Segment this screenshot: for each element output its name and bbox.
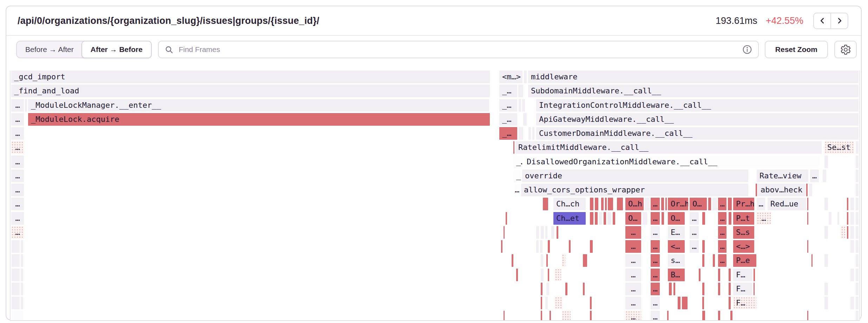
find-frames-searchbox[interactable] (158, 41, 759, 58)
flame-frame[interactable] (669, 283, 672, 295)
flame-frame[interactable]: … (11, 127, 24, 140)
flame-frame[interactable]: … (651, 269, 660, 281)
flame-frame[interactable]: DisallowedOrganizationMiddleware.__call_… (524, 156, 820, 168)
flame-frame[interactable] (823, 170, 826, 182)
next-button[interactable] (831, 13, 848, 29)
flame-frame[interactable] (504, 226, 505, 239)
flame-frame[interactable] (847, 198, 848, 210)
flame-frame[interactable]: … (11, 226, 24, 239)
flame-frame[interactable] (856, 311, 859, 321)
flame-frame[interactable] (548, 240, 550, 253)
flame-frame[interactable]: Se…st (824, 141, 854, 154)
flame-frame[interactable] (541, 226, 544, 239)
flame-frame[interactable] (645, 198, 650, 210)
flame-frame[interactable] (545, 297, 548, 309)
flame-frame[interactable] (856, 283, 859, 295)
flame-frame[interactable] (25, 99, 27, 112)
flame-frame[interactable] (604, 212, 606, 225)
flame-frame[interactable] (856, 141, 859, 154)
flame-frame[interactable]: S…s (733, 226, 754, 239)
flame-frame[interactable] (856, 226, 859, 239)
flame-frame[interactable] (850, 212, 854, 225)
flame-frame[interactable]: IntegrationControlMiddleware.__call__ (536, 99, 859, 112)
flame-frame[interactable] (699, 269, 701, 281)
flame-frame[interactable] (590, 311, 592, 321)
flame-frame[interactable]: _gcd_import (11, 71, 490, 83)
flame-frame[interactable] (21, 269, 23, 281)
flame-frame[interactable] (583, 283, 585, 295)
flame-frame[interactable] (702, 240, 705, 253)
flame-frame[interactable] (536, 240, 539, 253)
flame-frame[interactable] (702, 297, 704, 309)
flame-frame[interactable] (824, 198, 828, 210)
flame-frame[interactable] (595, 212, 598, 225)
flame-frame[interactable] (807, 198, 808, 210)
flame-frame[interactable]: Ch…et (553, 212, 586, 225)
flame-frame[interactable]: _ModuleLockManager.__enter__ (28, 99, 489, 112)
flame-frame[interactable]: … (690, 226, 699, 239)
flame-frame[interactable]: _… (499, 85, 517, 97)
flame-frame[interactable]: … (757, 212, 771, 225)
flame-frame[interactable] (811, 254, 813, 267)
flame-frame[interactable]: … (810, 170, 819, 182)
flame-frame[interactable] (807, 311, 808, 321)
flame-frame[interactable] (506, 212, 507, 225)
flame-frame[interactable] (617, 198, 623, 210)
flame-frame[interactable] (541, 283, 542, 295)
prev-button[interactable] (813, 13, 831, 29)
flame-frame[interactable] (613, 212, 615, 225)
flame-frame[interactable] (661, 198, 664, 210)
flame-frame[interactable]: _… (499, 99, 517, 112)
flame-frame[interactable] (601, 198, 604, 210)
flame-frame[interactable]: Or…h (668, 198, 688, 210)
flame-frame[interactable] (756, 184, 757, 196)
flame-frame[interactable]: F… (733, 269, 752, 281)
flame-frame[interactable]: _… (513, 156, 522, 168)
flame-frame[interactable]: override (522, 170, 748, 182)
flame-frame[interactable] (590, 198, 593, 210)
flame-frame[interactable]: <… (668, 240, 685, 253)
settings-button[interactable] (834, 41, 857, 58)
flame-frame[interactable]: B… (668, 269, 685, 281)
flame-frame[interactable] (729, 269, 731, 281)
flame-frame[interactable]: … (11, 198, 24, 210)
flame-frame[interactable] (536, 226, 539, 239)
flame-frame[interactable] (583, 254, 587, 267)
flame-frame[interactable] (847, 226, 848, 239)
flame-frame[interactable] (806, 184, 808, 196)
flame-frame[interactable] (850, 269, 854, 281)
flame-frame[interactable]: … (651, 283, 660, 295)
flame-frame[interactable]: P…e (733, 254, 756, 267)
flame-frame[interactable] (850, 198, 854, 210)
flame-frame[interactable] (829, 212, 831, 225)
flame-frame[interactable]: … (757, 198, 765, 210)
flame-frame[interactable] (12, 254, 20, 267)
flame-frame[interactable] (557, 226, 558, 239)
flame-frame[interactable] (590, 240, 593, 253)
flame-frame[interactable]: _ModuleLock.acquire (28, 113, 490, 126)
flame-frame[interactable]: Rate…view (757, 170, 808, 182)
flame-frame[interactable]: ApiGatewayMiddleware.__call__ (536, 113, 859, 126)
flame-frame[interactable] (555, 297, 563, 309)
flame-frame[interactable] (856, 297, 859, 309)
flame-frame[interactable] (662, 212, 664, 225)
flame-frame[interactable] (12, 269, 20, 281)
flame-frame[interactable]: F… (733, 283, 752, 295)
flame-frame[interactable]: … (11, 156, 24, 168)
flame-frame[interactable]: O… (690, 198, 707, 210)
flame-frame[interactable]: … (718, 212, 726, 225)
flame-frame[interactable]: _… (513, 170, 521, 182)
flame-frame[interactable] (713, 254, 715, 267)
flame-frame[interactable]: … (718, 198, 726, 210)
flame-frame[interactable] (562, 311, 571, 321)
flame-frame[interactable]: CustomerDomainMiddleware.__call__ (536, 127, 859, 140)
flame-frame[interactable]: s… (668, 254, 685, 267)
flame-frame[interactable] (682, 297, 688, 309)
flame-frame[interactable] (728, 198, 732, 210)
flame-frame[interactable]: … (625, 297, 641, 309)
flame-frame[interactable] (519, 99, 521, 112)
flame-frame[interactable]: O…h (625, 198, 644, 210)
flame-frame[interactable]: … (625, 283, 641, 295)
flame-frame[interactable]: … (690, 212, 699, 225)
flame-frame[interactable] (837, 212, 839, 225)
